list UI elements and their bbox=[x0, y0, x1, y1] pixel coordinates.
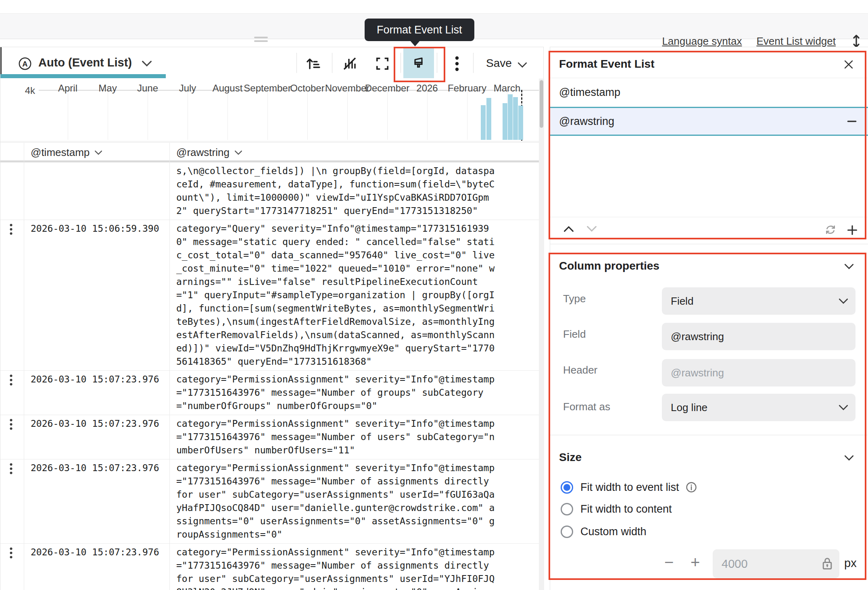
month-tick-label: December bbox=[365, 83, 410, 94]
histogram-bar bbox=[503, 103, 507, 140]
add-field-icon[interactable] bbox=[847, 224, 858, 236]
y-axis-top-tick: 4k bbox=[15, 85, 35, 96]
field-input[interactable] bbox=[662, 323, 855, 350]
event-row[interactable]: 2026-03-10 15:07:23.976category="Permiss… bbox=[0, 544, 539, 590]
radio-selected-icon[interactable] bbox=[561, 481, 573, 494]
radio-icon[interactable] bbox=[561, 526, 573, 538]
event-list-widget-link[interactable]: Event List widget bbox=[756, 35, 836, 48]
histogram-bar bbox=[486, 98, 491, 140]
gridline bbox=[307, 90, 308, 140]
month-tick-label: 2026 bbox=[416, 83, 438, 94]
month-tick-label: May bbox=[98, 83, 117, 94]
event-timestamp: 2026-03-10 15:07:23.976 bbox=[31, 417, 159, 430]
field-item-timestamp[interactable]: @timestamp bbox=[550, 78, 868, 107]
move-field-down-icon[interactable] bbox=[586, 226, 597, 232]
sort-button[interactable] bbox=[306, 56, 320, 71]
format-panel-title: Format Event List bbox=[559, 58, 654, 71]
field-item-rawstring[interactable]: @rawstring bbox=[550, 107, 868, 136]
month-tick-label: September bbox=[244, 83, 291, 94]
gridline bbox=[108, 90, 108, 140]
header-input[interactable] bbox=[662, 359, 855, 386]
toggle-histogram-button[interactable] bbox=[342, 56, 357, 71]
collapse-section-icon[interactable] bbox=[844, 264, 854, 270]
move-field-up-icon[interactable] bbox=[563, 226, 574, 232]
scrollbar-thumb[interactable] bbox=[540, 80, 543, 128]
histogram-bar bbox=[508, 94, 513, 140]
decrease-width-button[interactable]: − bbox=[664, 555, 674, 569]
type-select[interactable]: Field bbox=[662, 287, 855, 315]
time-histogram[interactable]: 4k AprilMayJuneJulyAugustSeptemberOctobe… bbox=[0, 78, 543, 141]
event-rawstring: category="PermissionAssignment" severity… bbox=[176, 461, 531, 541]
pane-edge bbox=[0, 47, 2, 78]
gridline bbox=[68, 90, 68, 140]
row-menu-icon[interactable] bbox=[9, 547, 13, 561]
format-event-list-button[interactable] bbox=[411, 56, 426, 71]
row-menu-icon[interactable] bbox=[9, 418, 13, 432]
save-chevron-down-icon[interactable] bbox=[517, 62, 527, 70]
format-as-select[interactable]: Log line bbox=[662, 394, 855, 421]
radio-fit-width-to-content[interactable]: Fit width to content bbox=[550, 501, 857, 517]
month-tick-label: October bbox=[290, 83, 324, 94]
active-tab-indicator bbox=[0, 74, 166, 78]
month-tick-label: March bbox=[494, 83, 521, 94]
column-header-rawstring[interactable]: @rawstring bbox=[176, 146, 242, 159]
gridline bbox=[387, 90, 388, 140]
scrollbar-track[interactable] bbox=[539, 79, 544, 590]
chevron-down-icon bbox=[234, 150, 242, 155]
row-menu-icon[interactable] bbox=[9, 463, 13, 476]
event-rawstring: category="PermissionAssignment" severity… bbox=[176, 417, 531, 457]
close-icon[interactable] bbox=[843, 59, 854, 70]
format-as-label: Format as bbox=[563, 401, 610, 413]
save-button[interactable]: Save bbox=[486, 57, 512, 70]
event-row[interactable]: 2026-03-10 15:07:23.976category="Permiss… bbox=[0, 459, 539, 544]
field-label: Field bbox=[563, 328, 586, 341]
radio-custom-width[interactable]: Custom width bbox=[550, 524, 857, 540]
gridline bbox=[347, 90, 348, 140]
row-menu-icon[interactable] bbox=[9, 223, 13, 237]
radio-fit-width-to-event-list[interactable]: Fit width to event list bbox=[550, 479, 857, 495]
chevron-down-icon bbox=[839, 405, 848, 411]
reset-fields-icon[interactable] bbox=[824, 224, 837, 236]
tooltip-text: Format Event List bbox=[377, 24, 462, 36]
event-row[interactable]: s,\n@collector_fields]) |\n groupBy(fiel… bbox=[0, 162, 539, 220]
widget-menu-button[interactable] bbox=[450, 56, 464, 71]
column-properties-title: Column properties bbox=[559, 260, 659, 272]
event-timestamp: 2026-03-10 15:06:59.390 bbox=[31, 222, 159, 235]
radio-icon[interactable] bbox=[561, 503, 573, 515]
event-timestamp: 2026-03-10 15:07:23.976 bbox=[31, 373, 159, 386]
event-row[interactable]: 2026-03-10 15:07:23.976category="Permiss… bbox=[0, 415, 539, 459]
lock-icon bbox=[821, 557, 834, 571]
px-unit-label: px bbox=[844, 557, 857, 570]
remove-field-icon[interactable] bbox=[847, 116, 857, 127]
tooltip: Format Event List bbox=[365, 19, 474, 41]
section-divider bbox=[550, 435, 868, 435]
toolbar-separator bbox=[437, 53, 437, 73]
event-row[interactable]: 2026-03-10 15:07:23.976category="Permiss… bbox=[0, 371, 539, 415]
row-menu-icon[interactable] bbox=[9, 374, 13, 388]
tooltip-pointer-icon bbox=[410, 40, 420, 46]
histogram-bar bbox=[513, 97, 518, 140]
chevron-down-icon bbox=[94, 150, 102, 155]
toolbar-separator bbox=[401, 53, 401, 73]
info-icon[interactable] bbox=[686, 482, 697, 493]
drag-handle[interactable] bbox=[254, 37, 268, 42]
event-rawstring: category="PermissionAssignment" severity… bbox=[176, 373, 531, 413]
fullscreen-button[interactable] bbox=[375, 56, 390, 71]
increase-width-button[interactable]: + bbox=[691, 555, 700, 569]
divider bbox=[550, 217, 868, 217]
event-timestamp: 2026-03-10 15:07:23.976 bbox=[31, 546, 159, 559]
widget-type-title[interactable]: Auto (Event List) bbox=[38, 56, 132, 69]
event-table-header: @timestamp @rawstring bbox=[0, 142, 543, 162]
event-row[interactable]: 2026-03-10 15:06:59.390category="Query" … bbox=[0, 220, 539, 371]
svg-text:A: A bbox=[22, 60, 27, 68]
column-header-timestamp[interactable]: @timestamp bbox=[31, 146, 102, 159]
type-label: Type bbox=[563, 293, 586, 305]
section-divider bbox=[550, 244, 868, 244]
histogram-bar bbox=[518, 106, 523, 140]
event-rawstring: s,\n@collector_fields]) |\n groupBy(fiel… bbox=[176, 164, 531, 218]
chevron-down-icon[interactable] bbox=[142, 60, 152, 69]
collapse-section-icon[interactable] bbox=[844, 455, 854, 461]
custom-width-input[interactable] bbox=[722, 557, 802, 571]
language-syntax-link[interactable]: Language syntax bbox=[662, 35, 742, 48]
gridline bbox=[427, 90, 428, 140]
